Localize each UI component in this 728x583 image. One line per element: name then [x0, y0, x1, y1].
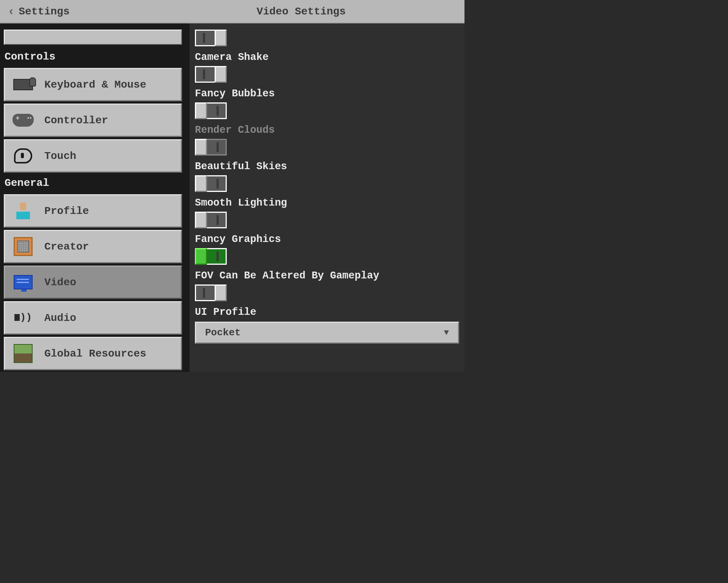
toggle-camera-shake[interactable]	[195, 66, 227, 83]
setting-label: FOV Can Be Altered By Gameplay	[195, 270, 459, 281]
video-icon	[13, 272, 34, 293]
sidebar-item-profile[interactable]: Profile	[4, 194, 182, 228]
setting-fancy-graphics: Fancy Graphics	[195, 234, 459, 265]
toggle-unknown[interactable]	[195, 30, 227, 46]
sidebar-item-label: Creator	[44, 241, 89, 253]
section-header-controls: Controls	[0, 49, 186, 66]
page-title: Video Settings	[146, 6, 457, 17]
setting-ui-profile: UI Profile Pocket ▼	[195, 306, 459, 344]
audio-icon	[13, 307, 34, 328]
dropdown-value: Pocket	[205, 327, 241, 338]
toggle-render-clouds	[195, 139, 227, 156]
toggle-smooth-lighting[interactable]	[195, 212, 227, 228]
sidebar-item-label: Audio	[44, 312, 76, 324]
setting-label: Camera Shake	[195, 52, 459, 63]
setting-label: UI Profile	[195, 306, 459, 318]
controller-icon	[13, 110, 34, 131]
setting-label: Render Clouds	[195, 124, 459, 136]
keyboard-icon	[13, 74, 34, 95]
setting-render-clouds: Render Clouds	[195, 124, 459, 156]
back-label: Settings	[19, 6, 69, 17]
toggle-fancy-bubbles[interactable]	[195, 102, 227, 119]
setting-fov-altered: FOV Can Be Altered By Gameplay	[195, 270, 459, 301]
section-header-general: General	[0, 175, 186, 192]
header-bar: ‹ Settings Video Settings	[0, 0, 464, 24]
sidebar-item-creator[interactable]: Creator	[4, 230, 182, 263]
dropdown-ui-profile[interactable]: Pocket ▼	[195, 322, 459, 344]
sidebar-item-video[interactable]: Video	[4, 266, 182, 299]
sidebar-item-label: Touch	[44, 150, 76, 162]
setting-label: Beautiful Skies	[195, 161, 459, 172]
chevron-left-icon: ‹	[8, 5, 15, 19]
setting-label: Smooth Lighting	[195, 197, 459, 209]
divider	[186, 24, 190, 372]
toggle-beautiful-skies[interactable]	[195, 175, 227, 192]
sidebar-item-label: Video	[44, 277, 76, 288]
globe-icon	[13, 343, 34, 364]
setting-beautiful-skies: Beautiful Skies	[195, 161, 459, 192]
sidebar-item-label: Controller	[44, 115, 108, 126]
sidebar-item-label: Keyboard & Mouse	[44, 79, 146, 91]
sidebar-item-blank[interactable]	[4, 30, 182, 45]
setting-fancy-bubbles: Fancy Bubbles	[195, 88, 459, 119]
setting-label: Fancy Bubbles	[195, 88, 459, 99]
sidebar-item-touch[interactable]: Touch	[4, 139, 182, 173]
setting-unknown-toggle	[195, 30, 459, 46]
sidebar-item-audio[interactable]: Audio	[4, 301, 182, 335]
touch-icon	[13, 145, 34, 167]
sidebar: Controls Keyboard & Mouse Controller Tou…	[0, 24, 186, 372]
sidebar-item-controller[interactable]: Controller	[4, 104, 182, 137]
creator-icon	[13, 236, 34, 257]
toggle-fancy-graphics[interactable]	[195, 248, 227, 265]
setting-smooth-lighting: Smooth Lighting	[195, 197, 459, 228]
back-button[interactable]: ‹ Settings	[8, 5, 70, 19]
sidebar-item-label: Profile	[44, 205, 89, 217]
toggle-fov-altered[interactable]	[195, 284, 227, 301]
profile-icon	[13, 200, 34, 222]
setting-camera-shake: Camera Shake	[195, 52, 459, 83]
sidebar-item-global-resources[interactable]: Global Resources	[4, 337, 182, 370]
content-panel: Camera Shake Fancy Bubbles Render Clouds…	[190, 24, 464, 372]
setting-label: Fancy Graphics	[195, 234, 459, 245]
chevron-down-icon: ▼	[444, 328, 449, 338]
sidebar-item-label: Global Resources	[44, 348, 146, 360]
sidebar-item-keyboard-mouse[interactable]: Keyboard & Mouse	[4, 68, 182, 101]
